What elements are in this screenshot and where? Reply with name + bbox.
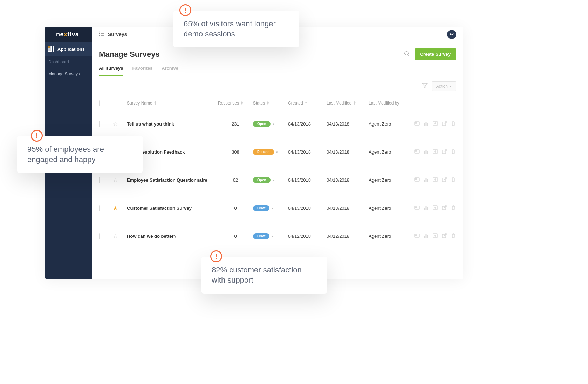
status-cell[interactable]: Open▾ (253, 121, 288, 127)
callout-text: 82% customer satisfaction with support (212, 265, 302, 284)
open-external-icon[interactable] (442, 149, 447, 155)
avatar[interactable]: AZ (447, 30, 456, 39)
status-cell[interactable]: Paused▾ (253, 149, 288, 155)
breadcrumb: Surveys (108, 32, 127, 37)
tab-archive[interactable]: Archive (162, 66, 178, 76)
open-external-icon[interactable] (442, 177, 447, 183)
tab-all-surveys[interactable]: All surveys (99, 66, 123, 76)
results-icon[interactable] (423, 233, 429, 240)
open-external-icon[interactable] (442, 233, 447, 240)
row-checkbox[interactable] (99, 233, 100, 239)
row-checkbox[interactable] (99, 121, 100, 127)
chevron-down-icon: ▾ (272, 207, 273, 210)
callout-text: 65% of visitors want longer demo session… (184, 19, 276, 38)
main-panel: Surveys AZ Manage Surveys Create Survey … (92, 27, 463, 279)
table-row[interactable]: ☆Case Resolution Feedback308Paused▾04/13… (92, 138, 463, 166)
svg-line-47 (444, 206, 446, 208)
delete-icon[interactable] (451, 177, 456, 183)
modified-date: 04/13/2018 (327, 177, 369, 183)
open-external-icon[interactable] (442, 121, 447, 127)
svg-rect-51 (426, 234, 427, 238)
svg-rect-22 (427, 151, 428, 154)
table-row[interactable]: ☆Tell us what you think231Open▾04/13/201… (92, 110, 463, 138)
svg-rect-21 (426, 150, 427, 154)
favorite-star-icon[interactable]: ★ (113, 205, 118, 211)
svg-rect-5 (101, 35, 104, 36)
row-checkbox[interactable] (99, 205, 100, 211)
brand-post: tiva (68, 31, 79, 38)
action-button-label: Action (436, 84, 448, 89)
favorite-star-icon[interactable]: ☆ (113, 233, 118, 239)
tab-favorites[interactable]: Favorites (132, 66, 152, 76)
svg-rect-32 (427, 179, 428, 182)
select-all-checkbox[interactable] (99, 100, 100, 106)
action-button[interactable]: Action ▾ (432, 81, 456, 91)
sidebar-item-manage-surveys[interactable]: Manage Surveys (45, 68, 92, 80)
delete-icon[interactable] (451, 149, 456, 155)
table-toolbar: Action ▾ (92, 76, 463, 96)
created-date: 04/13/2018 (288, 177, 327, 183)
delete-icon[interactable] (451, 233, 456, 240)
col-modified[interactable]: Last Modified▲▼ (327, 101, 369, 106)
preview-icon[interactable] (414, 121, 420, 127)
filter-icon[interactable] (422, 83, 428, 90)
svg-line-27 (444, 149, 446, 151)
col-responses[interactable]: Responses▲▼ (218, 101, 253, 106)
modified-by: Agent Zero (369, 121, 414, 127)
table-row[interactable]: ☆How can we do better?0Draft▾04/12/20180… (92, 222, 463, 250)
duplicate-icon[interactable] (432, 233, 438, 240)
svg-rect-31 (426, 178, 427, 182)
duplicate-icon[interactable] (432, 121, 438, 127)
survey-name: Tell us what you think (127, 121, 218, 127)
svg-rect-1 (101, 32, 104, 32)
sort-icon: ▲▼ (353, 101, 356, 105)
preview-icon[interactable] (414, 177, 420, 183)
preview-icon[interactable] (414, 149, 420, 155)
status-cell[interactable]: Draft▾ (253, 205, 288, 211)
svg-point-2 (99, 33, 100, 34)
svg-rect-12 (427, 123, 428, 126)
favorite-star-icon[interactable]: ☆ (113, 121, 118, 127)
sidebar-item-applications[interactable]: Applications (45, 42, 92, 56)
favorite-star-icon[interactable]: ☆ (113, 177, 118, 183)
modified-date: 04/13/2018 (327, 121, 369, 127)
open-external-icon[interactable] (442, 205, 447, 211)
svg-point-4 (99, 35, 100, 36)
svg-point-0 (99, 31, 100, 32)
status-badge: Open (253, 121, 271, 127)
results-icon[interactable] (423, 149, 429, 155)
col-modified-by[interactable]: Last Modified by (369, 101, 414, 106)
created-date: 04/13/2018 (288, 206, 327, 211)
modified-by: Agent Zero (369, 177, 414, 183)
table-row[interactable]: ★Customer Satisfaction Survey0Draft▾04/1… (92, 194, 463, 222)
brand-pre: ne (56, 31, 64, 38)
create-survey-button[interactable]: Create Survey (415, 48, 456, 60)
surveys-table: Survey Name▲▼ Responses▲▼ Status▲▼ Creat… (92, 96, 463, 250)
preview-icon[interactable] (414, 205, 420, 211)
svg-rect-11 (426, 122, 427, 126)
status-cell[interactable]: Open▾ (253, 177, 288, 183)
col-status[interactable]: Status▲▼ (253, 101, 288, 106)
col-created[interactable]: Created▼ (288, 101, 327, 106)
svg-rect-29 (415, 178, 417, 180)
results-icon[interactable] (423, 177, 429, 183)
col-survey-name[interactable]: Survey Name▲▼ (127, 101, 218, 106)
results-icon[interactable] (423, 121, 429, 127)
duplicate-icon[interactable] (432, 177, 438, 183)
responses-count: 0 (218, 234, 253, 239)
results-icon[interactable] (423, 205, 429, 211)
preview-icon[interactable] (414, 233, 420, 240)
status-cell[interactable]: Draft▾ (253, 233, 288, 239)
row-checkbox[interactable] (99, 177, 100, 183)
search-icon[interactable] (404, 51, 410, 58)
delete-icon[interactable] (451, 205, 456, 211)
table-row[interactable]: ☆Employee Satisfaction Questionnaire62Op… (92, 166, 463, 194)
alert-icon: ! (179, 4, 191, 16)
svg-line-17 (444, 121, 446, 123)
modified-date: 04/13/2018 (327, 149, 369, 155)
duplicate-icon[interactable] (432, 205, 438, 211)
page-title: Manage Surveys (99, 50, 160, 59)
delete-icon[interactable] (451, 121, 456, 127)
sidebar-item-dashboard[interactable]: Dashboard (45, 56, 92, 68)
duplicate-icon[interactable] (432, 149, 438, 155)
